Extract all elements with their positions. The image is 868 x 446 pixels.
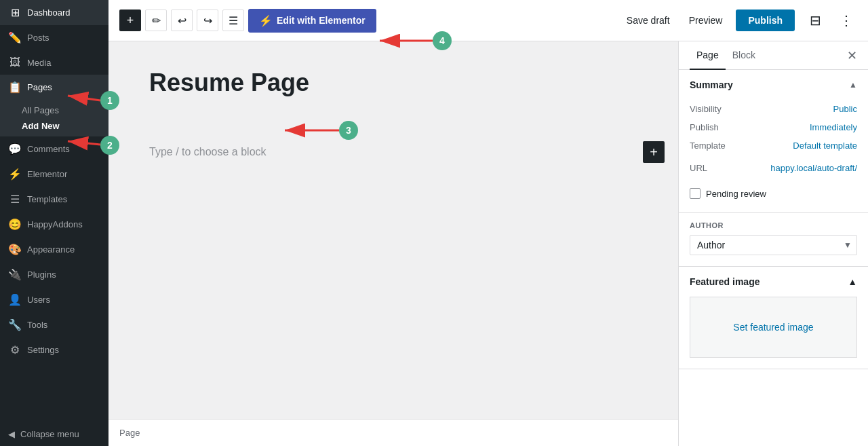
undo-icon: ↩: [178, 14, 186, 27]
preview-button[interactable]: Preview: [684, 12, 728, 29]
sidebar-item-tools[interactable]: 🔧 Tools: [0, 312, 108, 337]
publish-value[interactable]: Immediately: [810, 122, 857, 132]
author-select-wrapper: Author ▼: [690, 235, 857, 255]
tab-block[interactable]: Block: [726, 41, 762, 70]
elementor-button-label: Edit with Elementor: [277, 15, 366, 26]
sidebar-item-media[interactable]: 🖼 Media: [0, 50, 108, 75]
redo-icon: ↪: [203, 14, 212, 27]
sidebar-item-settings[interactable]: ⚙ Settings: [0, 337, 108, 363]
pages-subnav: All Pages Add New: [0, 100, 108, 136]
pages-icon: 📋: [8, 81, 22, 94]
editor-area: Resume Page Type / to choose a block +: [108, 41, 678, 419]
featured-image-section-header[interactable]: Featured image ▲: [679, 267, 868, 297]
sidebar-item-label: Templates: [27, 194, 67, 204]
url-value[interactable]: happy.local/auto-draft/: [770, 163, 857, 173]
top-toolbar: + ✏ ↩ ↪ ☰ ⚡ Edit with Elementor Save dra…: [108, 0, 868, 41]
sidebar-item-pages[interactable]: 📋 Pages: [0, 75, 108, 100]
pending-review-checkbox[interactable]: [690, 188, 701, 199]
add-new-link[interactable]: Add New: [22, 118, 108, 134]
featured-image-placeholder[interactable]: Set featured image: [690, 297, 857, 358]
redo-button[interactable]: ↪: [197, 10, 218, 31]
elementor-logo-icon: ⚡: [259, 14, 273, 27]
all-pages-link[interactable]: All Pages: [22, 103, 108, 118]
vertical-dots-icon: ⋮: [840, 12, 853, 29]
badge-number: 2: [107, 140, 113, 151]
list-icon: ☰: [229, 14, 238, 27]
sidebar-item-label: Comments: [27, 144, 70, 154]
panel-close-button[interactable]: ✕: [847, 41, 857, 69]
add-block-toolbar-button[interactable]: +: [119, 10, 141, 31]
footer-page-label: Page: [119, 428, 140, 438]
chevron-up-icon: ▲: [849, 80, 857, 90]
tab-page[interactable]: Page: [690, 41, 726, 70]
sidebar-item-label: Elementor: [27, 169, 67, 179]
list-view-button[interactable]: ☰: [222, 10, 244, 31]
right-panel: Page Block ✕ Summary ▲ Visibility: [678, 41, 868, 446]
sidebar: ⊞ Dashboard ✏️ Posts 🖼 Media 📋 Pages All…: [0, 0, 108, 446]
toolbar-right: Save draft Preview Publish ⊟ ⋮: [621, 8, 857, 33]
pending-review-label: Pending review: [706, 189, 766, 199]
sidebar-item-posts[interactable]: ✏️ Posts: [0, 25, 108, 50]
sidebar-item-label: HappyAddons: [27, 219, 83, 229]
add-block-button[interactable]: +: [643, 141, 665, 163]
sidebar-item-happyaddons[interactable]: 😊 HappyAddons: [0, 212, 108, 237]
page-title[interactable]: Resume Page: [149, 69, 309, 97]
sidebar-item-label: Users: [27, 295, 50, 305]
sidebar-item-plugins[interactable]: 🔌 Plugins: [0, 262, 108, 287]
set-featured-image-label: Set featured image: [733, 322, 813, 333]
author-section: AUTHOR Author ▼: [679, 213, 868, 267]
tools-icon: 🔧: [8, 318, 22, 331]
edit-pen-button[interactable]: ✏: [145, 10, 167, 31]
sidebar-item-label: Appearance: [27, 244, 75, 255]
sidebar-item-templates[interactable]: ☰ Templates: [0, 187, 108, 212]
sidebar-item-comments[interactable]: 💬 Comments: [0, 136, 108, 162]
author-select[interactable]: Author: [690, 235, 857, 255]
appearance-icon: 🎨: [8, 243, 22, 256]
publish-button[interactable]: Publish: [736, 10, 795, 31]
content-area: Resume Page Type / to choose a block + P…: [108, 41, 868, 446]
template-label: Template: [690, 141, 726, 151]
url-row: URL happy.local/auto-draft/: [690, 155, 857, 181]
featured-image-section: Featured image ▲ Set featured image: [679, 267, 868, 369]
sidebar-item-label: Dashboard: [27, 7, 71, 18]
pending-review-row: Pending review: [690, 181, 857, 202]
annotation-badge-4: 4: [433, 31, 452, 50]
summary-section-header[interactable]: Summary ▲: [679, 70, 868, 100]
plus-icon: +: [127, 14, 134, 28]
badge-number: 4: [439, 35, 445, 46]
template-value[interactable]: Default template: [793, 141, 857, 151]
happyaddons-icon: 😊: [8, 218, 22, 231]
collapse-label: Collapse menu: [20, 429, 79, 439]
annotation-badge-3: 3: [339, 121, 358, 140]
editor-footer: Page: [108, 419, 678, 446]
sidebar-item-label: Posts: [27, 33, 50, 43]
users-icon: 👤: [8, 293, 22, 306]
plugins-icon: 🔌: [8, 268, 22, 281]
sidebar-item-label: Pages: [27, 82, 52, 92]
close-icon: ✕: [847, 48, 857, 63]
sidebar-item-label: Plugins: [27, 270, 56, 280]
sidebar-item-appearance[interactable]: 🎨 Appearance: [0, 237, 108, 262]
undo-button[interactable]: ↩: [171, 10, 193, 31]
author-section-label: AUTHOR: [690, 221, 857, 229]
visibility-value[interactable]: Public: [833, 104, 857, 114]
sidebar-item-label: Media: [27, 58, 51, 68]
template-row: Template Default template: [690, 136, 857, 155]
sidebar-item-dashboard[interactable]: ⊞ Dashboard: [0, 0, 108, 25]
panel-settings-button[interactable]: ⊟: [803, 8, 827, 33]
elementor-icon: ⚡: [8, 168, 22, 181]
collapse-icon: ◀: [8, 429, 15, 439]
edit-with-elementor-button[interactable]: ⚡ Edit with Elementor: [248, 9, 376, 33]
editor-wrapper: Resume Page Type / to choose a block + P…: [108, 41, 678, 446]
more-options-button[interactable]: ⋮: [835, 10, 857, 31]
badge-number: 1: [107, 95, 113, 106]
placeholder-text: Type / to choose a block: [149, 146, 267, 157]
posts-icon: ✏️: [8, 31, 22, 44]
publish-row: Publish Immediately: [690, 118, 857, 136]
save-draft-button[interactable]: Save draft: [621, 12, 675, 29]
templates-icon: ☰: [8, 193, 22, 206]
visibility-label: Visibility: [690, 104, 722, 114]
sidebar-item-elementor[interactable]: ⚡ Elementor: [0, 162, 108, 187]
sidebar-item-users[interactable]: 👤 Users: [0, 287, 108, 312]
collapse-menu[interactable]: ◀ Collapse menu: [0, 422, 108, 446]
